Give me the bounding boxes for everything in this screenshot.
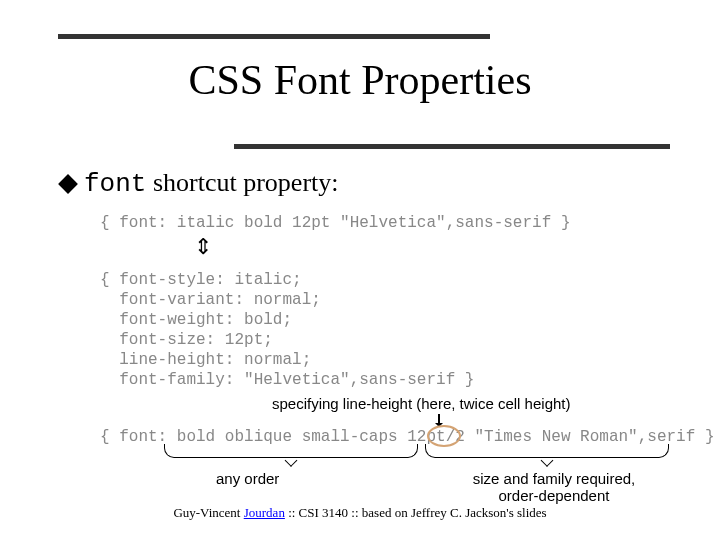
- annotation-any-order: any order: [216, 470, 279, 487]
- code-shorthand: { font: italic bold 12pt "Helvetica",san…: [100, 214, 570, 232]
- footer-pre: Guy-Vincent: [173, 505, 243, 520]
- bullet-item: font shortcut property:: [60, 168, 339, 199]
- annotation-line-height: specifying line-height (here, twice cell…: [272, 395, 570, 412]
- brace-right-icon: [425, 444, 669, 458]
- bullet-code-word: font: [84, 169, 146, 199]
- annotation-arrow-icon: [438, 414, 440, 427]
- brace-left-icon: [164, 444, 418, 458]
- annotation-required: size and family required, order-dependen…: [454, 470, 654, 504]
- subtitle-divider: [234, 144, 670, 149]
- top-divider: [58, 34, 490, 39]
- bullet-text: font shortcut property:: [84, 168, 339, 199]
- code-longhand: { font-style: italic; font-variant: norm…: [100, 270, 474, 390]
- bullet-rest: shortcut property:: [146, 168, 338, 197]
- diamond-bullet-icon: [60, 176, 76, 192]
- expand-arrow-icon: ⇕: [194, 234, 212, 260]
- page-title: CSS Font Properties: [0, 56, 720, 104]
- footer-author-link[interactable]: Jourdan: [244, 505, 285, 520]
- footer-credit: Guy-Vincent Jourdan :: CSI 3140 :: based…: [0, 505, 720, 521]
- footer-post: :: CSI 3140 :: based on Jeffrey C. Jacks…: [285, 505, 547, 520]
